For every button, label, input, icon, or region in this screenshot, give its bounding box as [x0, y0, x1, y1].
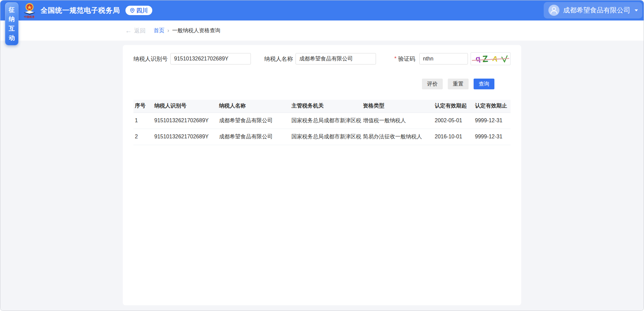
region-badge[interactable]: 四川: [125, 6, 152, 15]
cell-index: 2: [133, 129, 153, 145]
cell-tax-authority: 国家税务总局成都市新津区税...: [290, 129, 362, 145]
header-bar: 中国税务 全国统一规范电子税务局 四川 成都希望食品有限公司: [0, 0, 644, 20]
back-label: 返回: [134, 27, 146, 35]
back-button[interactable]: ← 返回: [125, 27, 146, 35]
captcha-label: 验证码: [398, 55, 415, 63]
avatar: [548, 5, 559, 16]
breadcrumb-current: 一般纳税人资格查询: [172, 27, 220, 34]
header-cell-taxpayer-id: 纳税人识别号: [153, 100, 218, 113]
app-window: 征 纳 互 动 中国税务 全国统一规范电子税务局 四川: [0, 0, 644, 311]
cell-taxpayer-id: 91510132621702689Y: [153, 113, 218, 129]
side-tab-char: 互: [9, 25, 15, 33]
cell-valid-from: 2016-10-01: [433, 129, 474, 145]
header-cell-valid-from: 认定有效期起: [433, 100, 474, 113]
breadcrumb-home-link[interactable]: 首页: [154, 27, 164, 34]
side-tab-char: 征: [9, 6, 15, 14]
main-area: 纳税人识别号 纳税人名称 * 验证码 q Z A: [0, 45, 644, 311]
header-cell-index: 序号: [133, 100, 153, 113]
taxpayer-name-label: 纳税人名称: [264, 55, 293, 63]
back-arrow-icon: ←: [125, 27, 132, 34]
cell-qualification-type: 简易办法征收一般纳税人: [362, 129, 433, 145]
user-menu[interactable]: 成都希望食品有限公司: [544, 2, 642, 18]
content-card: 纳税人识别号 纳税人名称 * 验证码 q Z A: [123, 45, 521, 305]
user-avatar-icon: [548, 5, 559, 16]
tax-emblem-icon: 中国税务: [22, 2, 37, 18]
header-cell-taxpayer-name: 纳税人名称: [218, 100, 290, 113]
captcha-char: Z: [482, 54, 488, 64]
header-cell-tax-authority: 主管税务机关: [290, 100, 362, 113]
header-cell-valid-to: 认定有效期止: [474, 100, 511, 113]
header-cell-qualification-type: 资格类型: [362, 100, 433, 113]
cell-taxpayer-name: 成都希望食品有限公司: [218, 113, 290, 129]
breadcrumb: ← 返回 首页 › 一般纳税人资格查询: [0, 20, 644, 41]
location-pin-icon: [130, 8, 135, 13]
captcha-char: q: [475, 54, 481, 63]
taxpayer-id-label: 纳税人识别号: [133, 55, 168, 63]
captcha-image[interactable]: q Z A: [471, 52, 511, 65]
dropdown-caret-icon: [635, 9, 638, 11]
breadcrumb-separator: ›: [167, 28, 169, 34]
action-buttons: 评价 重置 查询: [133, 79, 511, 89]
captcha-input[interactable]: [419, 53, 468, 64]
query-form: 纳税人识别号 纳税人名称 * 验证码 q Z A: [133, 52, 511, 65]
taxpayer-id-input[interactable]: [170, 53, 251, 64]
cell-qualification-type: 增值税一般纳税人: [362, 113, 433, 129]
cell-valid-to: 9999-12-31: [474, 113, 511, 129]
cell-taxpayer-id: 91510132621702689Y: [153, 129, 218, 145]
side-tab-interaction[interactable]: 征 纳 互 动: [5, 2, 18, 45]
app-logo: 中国税务: [22, 2, 37, 18]
app-title: 全国统一规范电子税务局: [41, 6, 120, 15]
cell-valid-from: 2002-05-01: [433, 113, 474, 129]
reset-button[interactable]: 重置: [448, 79, 469, 89]
user-name: 成都希望食品有限公司: [563, 6, 630, 15]
region-label: 四川: [137, 7, 148, 14]
side-tab-char: 纳: [9, 15, 15, 23]
taxpayer-name-input[interactable]: [296, 53, 376, 64]
query-button[interactable]: 查询: [474, 79, 494, 89]
results-table: 序号 纳税人识别号 纳税人名称 主管税务机关 资格类型 认定有效期起 认定有效期…: [133, 100, 511, 145]
evaluate-button[interactable]: 评价: [422, 79, 443, 89]
required-asterisk: *: [394, 56, 396, 62]
cell-valid-to: 9999-12-31: [474, 129, 511, 145]
table-row: 2 91510132621702689Y 成都希望食品有限公司 国家税务总局成都…: [133, 129, 511, 145]
table-header-row: 序号 纳税人识别号 纳税人名称 主管税务机关 资格类型 认定有效期起 认定有效期…: [133, 100, 511, 113]
cell-taxpayer-name: 成都希望食品有限公司: [218, 129, 290, 145]
captcha-arrowhead: [503, 60, 506, 63]
cell-tax-authority: 国家税务总局成都市新津区税...: [290, 113, 362, 129]
side-tab-char: 动: [9, 34, 15, 42]
logo-text: 中国税务: [24, 15, 35, 18]
cell-index: 1: [133, 113, 153, 129]
table-row: 1 91510132621702689Y 成都希望食品有限公司 国家税务总局成都…: [133, 113, 511, 129]
